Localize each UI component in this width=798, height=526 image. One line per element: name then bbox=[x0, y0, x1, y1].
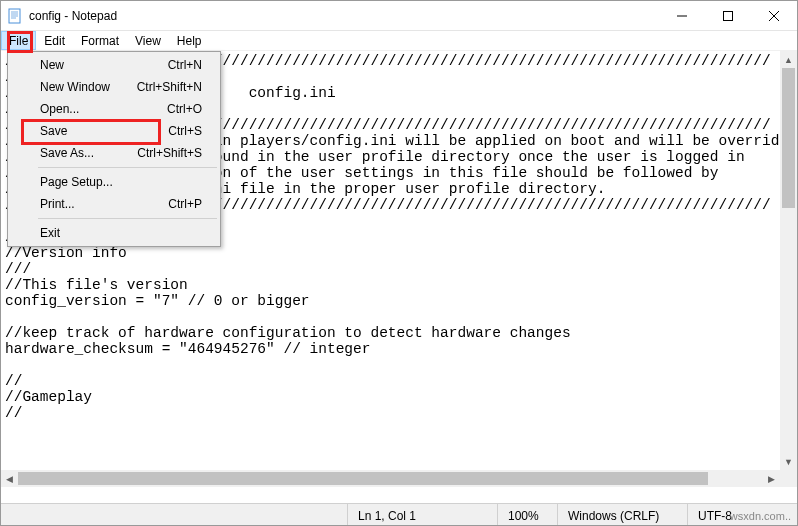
menu-item-label: Open... bbox=[40, 102, 167, 116]
menu-item-new-window[interactable]: New Window Ctrl+Shift+N bbox=[10, 76, 218, 98]
scroll-thumb[interactable] bbox=[18, 472, 708, 485]
vertical-scrollbar[interactable]: ▲ ▼ bbox=[780, 51, 797, 470]
scroll-thumb[interactable] bbox=[782, 68, 795, 208]
svg-rect-6 bbox=[724, 11, 733, 20]
scroll-right-arrow-icon[interactable]: ▶ bbox=[763, 470, 780, 487]
menu-item-page-setup[interactable]: Page Setup... bbox=[10, 171, 218, 193]
menu-item-shortcut: Ctrl+Shift+N bbox=[137, 80, 202, 94]
scroll-corner bbox=[780, 470, 797, 487]
window-title: config - Notepad bbox=[29, 9, 117, 23]
menu-item-print[interactable]: Print... Ctrl+P bbox=[10, 193, 218, 215]
menu-item-label: Save bbox=[40, 124, 168, 138]
menu-item-label: Print... bbox=[40, 197, 168, 211]
menu-item-save-as[interactable]: Save As... Ctrl+Shift+S bbox=[10, 142, 218, 164]
menu-view[interactable]: View bbox=[127, 31, 169, 50]
scroll-track[interactable] bbox=[18, 470, 763, 487]
menu-item-label: Exit bbox=[40, 226, 202, 240]
menu-item-exit[interactable]: Exit bbox=[10, 222, 218, 244]
menu-separator bbox=[38, 218, 217, 219]
menu-item-label: Save As... bbox=[40, 146, 137, 160]
status-position: Ln 1, Col 1 bbox=[347, 504, 497, 525]
menubar: File Edit Format View Help bbox=[1, 31, 797, 51]
minimize-button[interactable] bbox=[659, 1, 705, 31]
menu-item-shortcut: Ctrl+Shift+S bbox=[137, 146, 202, 160]
scroll-up-arrow-icon[interactable]: ▲ bbox=[780, 51, 797, 68]
menu-item-shortcut: Ctrl+O bbox=[167, 102, 202, 116]
menu-help[interactable]: Help bbox=[169, 31, 210, 50]
menu-item-new[interactable]: New Ctrl+N bbox=[10, 54, 218, 76]
status-line-ending: Windows (CRLF) bbox=[557, 504, 687, 525]
menu-edit[interactable]: Edit bbox=[36, 31, 73, 50]
menu-item-shortcut: Ctrl+N bbox=[168, 58, 202, 72]
menu-item-label: New Window bbox=[40, 80, 137, 94]
status-zoom: 100% bbox=[497, 504, 557, 525]
scroll-left-arrow-icon[interactable]: ◀ bbox=[1, 470, 18, 487]
menu-item-save[interactable]: Save Ctrl+S bbox=[10, 120, 218, 142]
close-button[interactable] bbox=[751, 1, 797, 31]
menu-item-shortcut: Ctrl+S bbox=[168, 124, 202, 138]
menu-separator bbox=[38, 167, 217, 168]
menu-format[interactable]: Format bbox=[73, 31, 127, 50]
statusbar: Ln 1, Col 1 100% Windows (CRLF) UTF-8 ws… bbox=[1, 503, 797, 525]
maximize-button[interactable] bbox=[705, 1, 751, 31]
scroll-down-arrow-icon[interactable]: ▼ bbox=[780, 453, 797, 470]
menu-item-open[interactable]: Open... Ctrl+O bbox=[10, 98, 218, 120]
menu-item-label: New bbox=[40, 58, 168, 72]
horizontal-scrollbar[interactable]: ◀ ▶ bbox=[1, 470, 780, 487]
menu-item-label: Page Setup... bbox=[40, 175, 202, 189]
watermark-text: wsxdn.com.. bbox=[730, 510, 791, 522]
menu-item-shortcut: Ctrl+P bbox=[168, 197, 202, 211]
scroll-track[interactable] bbox=[780, 68, 797, 453]
titlebar: config - Notepad bbox=[1, 1, 797, 31]
menu-file[interactable]: File bbox=[1, 31, 36, 50]
file-dropdown: New Ctrl+N New Window Ctrl+Shift+N Open.… bbox=[7, 51, 221, 247]
notepad-icon bbox=[7, 8, 23, 24]
status-spacer bbox=[1, 504, 347, 525]
